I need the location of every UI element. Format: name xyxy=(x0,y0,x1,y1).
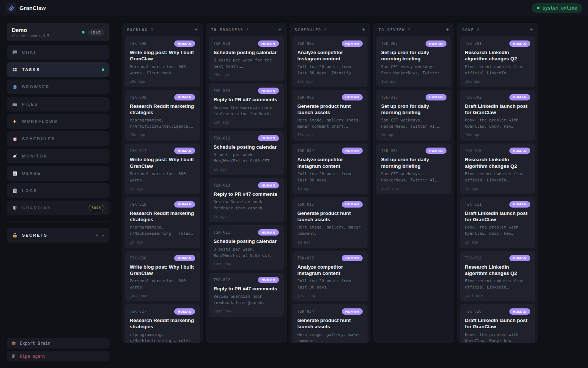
task-card[interactable]: TSK-001HUMANResearch LinkedIn algorithm … xyxy=(460,36,535,87)
add-task-button[interactable]: + xyxy=(530,27,533,33)
sidebar-item-usage[interactable]: USAGE xyxy=(7,166,110,181)
task-timestamp: 1m ago xyxy=(297,240,363,244)
task-description: Personal narrative. 800 words. Clear hoo… xyxy=(130,64,195,76)
export-brain-button[interactable]: Export Brain xyxy=(7,338,110,348)
lightning-icon xyxy=(12,118,18,124)
agent-model: claude-sonnet-4-5 xyxy=(12,34,82,38)
task-description: Find recent updates from official Linked… xyxy=(465,278,530,290)
task-id: TSK-016 xyxy=(381,95,398,99)
task-card[interactable]: TSK-018HUMANResearch Reddit marketing st… xyxy=(125,197,200,248)
sidebar-item-files[interactable]: FILES xyxy=(7,97,110,112)
column-title: IN PROGRESS xyxy=(211,28,243,32)
task-timestamp: just now xyxy=(465,294,530,298)
task-title: Analyze competitor Instagram content xyxy=(297,156,363,169)
task-description: r/programming, r/MachineLearning — rules… xyxy=(130,224,195,237)
task-description: Pull top 20 posts from last 30 days. Ide… xyxy=(297,64,363,76)
task-card[interactable]: TSK-008HUMANWrite blog post: Why I built… xyxy=(125,36,200,87)
task-card[interactable]: TSK-007HUMANSet up cron for daily mornin… xyxy=(376,36,451,87)
human-badge: HUMAN xyxy=(509,94,531,100)
task-card[interactable]: TSK-003HUMANSchedule posting calendar3 p… xyxy=(209,36,284,81)
task-card[interactable]: TSK-022HUMANReply to PR #47 commentsRevi… xyxy=(209,273,284,317)
task-card[interactable]: TSK-002HUMANDraft LinkedIn launch post f… xyxy=(460,90,535,141)
column-cards: TSK-007HUMANSet up cron for daily mornin… xyxy=(373,36,454,197)
task-id: TSK-012 xyxy=(214,136,230,140)
task-card[interactable]: TSK-019HUMANResearch LinkedIn algorithm … xyxy=(460,251,535,302)
task-title: Schedule posting calendar xyxy=(214,238,279,244)
task-timestamp: 10m ago xyxy=(214,73,279,77)
human-badge: HUMAN xyxy=(509,308,531,315)
task-id: TSK-010 xyxy=(465,149,482,153)
task-timestamp: 1m ago xyxy=(297,187,363,191)
human-badge: HUMAN xyxy=(258,135,279,141)
task-card[interactable]: TSK-012HUMANSchedule posting calendar3 p… xyxy=(209,131,284,175)
task-card[interactable]: TSK-017HUMANWrite blog post: Why I built… xyxy=(125,144,200,194)
task-id: TSK-007 xyxy=(381,42,398,46)
task-title: Generate product hunt launch assets xyxy=(297,210,363,223)
sidebar-item-schedules[interactable]: SCHEDULES xyxy=(7,131,110,146)
task-description: Hook: the problem with OpenClaw. Body: k… xyxy=(465,224,530,237)
human-badge: HUMAN xyxy=(174,94,196,100)
wipe-agent-button[interactable]: Wipe agent xyxy=(7,351,110,361)
task-title: Draft LinkedIn launch post for GranClaw xyxy=(465,210,530,223)
task-card[interactable]: TSK-025HUMANSet up cron for daily mornin… xyxy=(376,144,451,194)
task-card[interactable]: TSK-021HUMANSchedule posting calendar3 p… xyxy=(209,225,284,269)
task-card[interactable]: TSK-016HUMANSet up cron for daily mornin… xyxy=(376,90,451,141)
task-timestamp: just now xyxy=(297,294,363,298)
task-description: Hero image, gallery, maker comment. xyxy=(297,224,363,237)
shield-icon xyxy=(12,205,18,211)
kanban-column-to-review: TO REVIEW3+TSK-007HUMANSet up cron for d… xyxy=(373,23,454,343)
tasks-grid-icon xyxy=(12,67,18,72)
task-title: Set up cron for daily morning briefing xyxy=(381,156,447,169)
human-badge: HUMAN xyxy=(342,94,363,100)
task-id: TSK-022 xyxy=(214,278,230,282)
sidebar-item-logs[interactable]: LOGS xyxy=(7,183,110,198)
sidebar-item-monitor[interactable]: MONITOR xyxy=(7,149,110,163)
task-card[interactable]: TSK-026HUMANWrite blog post: Why I built… xyxy=(125,251,200,302)
agent-state-badge: IDLE xyxy=(88,29,104,36)
task-card[interactable]: TSK-020HUMANDraft LinkedIn launch post f… xyxy=(460,304,535,343)
sidebar-item-browser[interactable]: BROWSER xyxy=(7,79,110,94)
human-badge: HUMAN xyxy=(342,308,363,315)
task-description: Review the Guardian hook implementation … xyxy=(214,105,279,117)
sidebar-item-guardian[interactable]: GUARDIANSOON xyxy=(7,201,110,215)
add-task-button[interactable]: + xyxy=(278,27,282,33)
sidebar-item-tasks[interactable]: TASKS xyxy=(7,62,110,77)
column-cards: TSK-008HUMANWrite blog post: Why I built… xyxy=(122,36,203,343)
task-id: TSK-002 xyxy=(465,95,482,99)
task-description: Hook: the problem with OpenClaw. Body: k… xyxy=(465,332,530,343)
human-badge: HUMAN xyxy=(174,148,196,154)
add-task-button[interactable]: + xyxy=(446,27,449,33)
kanban-column-backlog: BACKLOG6+TSK-008HUMANWrite blog post: Wh… xyxy=(122,23,203,343)
task-card[interactable]: TSK-024HUMANGenerate product hunt launch… xyxy=(293,304,368,343)
task-timestamp: 10m ago xyxy=(130,133,195,137)
add-task-button[interactable]: + xyxy=(362,27,365,33)
task-card[interactable]: TSK-004HUMANReply to PR #47 commentsRevi… xyxy=(209,84,284,128)
sidebar-item-secrets[interactable]: SECRETS 4 ▸ xyxy=(7,228,110,243)
task-card[interactable]: TSK-010HUMANResearch LinkedIn algorithm … xyxy=(460,144,535,194)
human-badge: HUMAN xyxy=(258,182,279,188)
task-card[interactable]: TSK-009HUMANResearch Reddit marketing st… xyxy=(125,90,200,141)
human-badge: HUMAN xyxy=(342,255,363,261)
task-card[interactable]: TSK-013HUMANReply to PR #47 commentsRevi… xyxy=(209,178,284,222)
sidebar-item-chat[interactable]: CHAT xyxy=(7,45,110,60)
task-card[interactable]: TSK-005HUMANAnalyze competitor Instagram… xyxy=(293,36,368,87)
task-description: 9am CET every weekday. Scan HackerNews, … xyxy=(381,64,447,76)
task-card[interactable]: TSK-023HUMANAnalyze competitor Instagram… xyxy=(293,251,368,302)
task-description: Find recent updates from official Linked… xyxy=(465,64,530,76)
task-timestamp: just now xyxy=(381,187,447,191)
human-badge: HUMAN xyxy=(509,201,531,208)
task-card[interactable]: TSK-027HUMANResearch Reddit marketing st… xyxy=(125,304,200,343)
task-description: Pull top 20 posts from last 30 days. xyxy=(297,278,363,290)
task-card[interactable]: TSK-011HUMANDraft LinkedIn launch post f… xyxy=(460,197,535,248)
column-title: BACKLOG xyxy=(127,28,148,32)
add-task-button[interactable]: + xyxy=(194,27,198,33)
task-card[interactable]: TSK-015HUMANGenerate product hunt launch… xyxy=(293,197,368,248)
task-card[interactable]: TSK-014HUMANAnalyze competitor Instagram… xyxy=(293,144,368,194)
task-timestamp: just now xyxy=(214,309,279,313)
task-card[interactable]: TSK-006HUMANGenerate product hunt launch… xyxy=(293,90,368,141)
sidebar-item-workflows[interactable]: WORKFLOWS xyxy=(7,114,110,129)
agent-card[interactable]: Demo claude-sonnet-4-5 IDLE xyxy=(7,23,110,41)
task-description: 9am CET weekdays. HackerNews, Twitter AI… xyxy=(381,117,447,130)
task-id: TSK-005 xyxy=(297,42,314,46)
task-timestamp: 1m ago xyxy=(130,187,195,191)
